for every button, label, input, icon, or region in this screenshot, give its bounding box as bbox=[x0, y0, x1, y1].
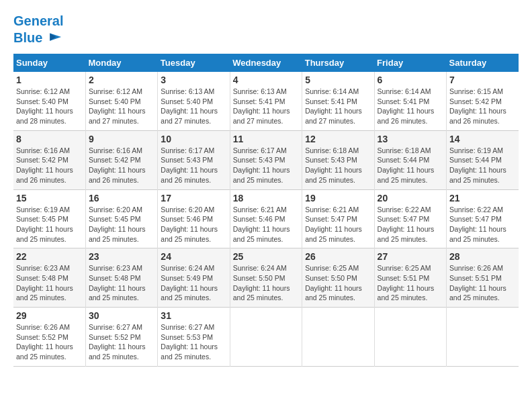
calendar-cell: 6Sunrise: 6:14 AMSunset: 5:41 PMDaylight… bbox=[374, 72, 446, 130]
day-info: Sunrise: 6:13 AMSunset: 5:41 PMDaylight:… bbox=[233, 87, 299, 126]
day-info: Sunrise: 6:17 AMSunset: 5:43 PMDaylight:… bbox=[233, 146, 299, 185]
day-number: 18 bbox=[233, 193, 299, 203]
day-info: Sunrise: 6:25 AMSunset: 5:51 PMDaylight:… bbox=[378, 263, 443, 303]
day-info: Sunrise: 6:21 AMSunset: 5:46 PMDaylight:… bbox=[233, 205, 299, 244]
calendar-cell: 3Sunrise: 6:13 AMSunset: 5:40 PMDaylight… bbox=[158, 72, 230, 130]
calendar-table: SundayMondayTuesdayWednesdayThursdayFrid… bbox=[13, 54, 519, 367]
day-number: 24 bbox=[161, 251, 226, 262]
day-info: Sunrise: 6:13 AMSunset: 5:40 PMDaylight:… bbox=[161, 87, 226, 126]
day-number: 19 bbox=[305, 193, 371, 203]
day-info: Sunrise: 6:16 AMSunset: 5:42 PMDaylight:… bbox=[89, 146, 154, 185]
day-info: Sunrise: 6:25 AMSunset: 5:50 PMDaylight:… bbox=[305, 263, 371, 303]
day-info: Sunrise: 6:22 AMSunset: 5:47 PMDaylight:… bbox=[378, 205, 443, 244]
day-number: 31 bbox=[161, 310, 226, 321]
calendar-cell: 23Sunrise: 6:23 AMSunset: 5:48 PMDayligh… bbox=[85, 248, 157, 308]
logo-icon bbox=[44, 28, 62, 47]
calendar-cell: 22Sunrise: 6:23 AMSunset: 5:48 PMDayligh… bbox=[13, 248, 85, 308]
calendar-cell: 30Sunrise: 6:27 AMSunset: 5:52 PMDayligh… bbox=[85, 308, 157, 367]
calendar-cell bbox=[230, 308, 302, 367]
page-header: General Blue bbox=[13, 13, 519, 47]
calendar-week-5: 29Sunrise: 6:26 AMSunset: 5:52 PMDayligh… bbox=[13, 308, 519, 367]
day-info: Sunrise: 6:26 AMSunset: 5:51 PMDaylight:… bbox=[449, 263, 516, 303]
day-number: 20 bbox=[378, 193, 443, 203]
day-number: 11 bbox=[233, 134, 299, 144]
day-info: Sunrise: 6:19 AMSunset: 5:45 PMDaylight:… bbox=[16, 205, 83, 244]
calendar-cell: 26Sunrise: 6:25 AMSunset: 5:50 PMDayligh… bbox=[302, 248, 374, 308]
calendar-cell: 8Sunrise: 6:16 AMSunset: 5:42 PMDaylight… bbox=[13, 130, 85, 189]
calendar-cell: 1Sunrise: 6:12 AMSunset: 5:40 PMDaylight… bbox=[13, 72, 85, 130]
weekday-header-tuesday: Tuesday bbox=[158, 54, 230, 72]
weekday-header-thursday: Thursday bbox=[302, 54, 374, 72]
day-number: 22 bbox=[16, 251, 83, 262]
calendar-cell: 20Sunrise: 6:22 AMSunset: 5:47 PMDayligh… bbox=[374, 189, 446, 248]
logo: General Blue bbox=[13, 13, 63, 47]
day-info: Sunrise: 6:21 AMSunset: 5:47 PMDaylight:… bbox=[305, 205, 371, 244]
day-number: 10 bbox=[161, 134, 226, 144]
day-number: 9 bbox=[89, 134, 154, 144]
calendar-cell: 16Sunrise: 6:20 AMSunset: 5:45 PMDayligh… bbox=[85, 189, 157, 248]
day-number: 23 bbox=[89, 251, 154, 262]
logo-text: General bbox=[13, 13, 63, 28]
day-info: Sunrise: 6:12 AMSunset: 5:40 PMDaylight:… bbox=[16, 87, 83, 126]
calendar-cell: 7Sunrise: 6:15 AMSunset: 5:42 PMDaylight… bbox=[447, 72, 519, 130]
day-info: Sunrise: 6:18 AMSunset: 5:44 PMDaylight:… bbox=[378, 146, 443, 185]
day-number: 15 bbox=[16, 193, 83, 203]
day-number: 27 bbox=[378, 251, 443, 262]
day-number: 12 bbox=[305, 134, 371, 144]
day-info: Sunrise: 6:16 AMSunset: 5:42 PMDaylight:… bbox=[16, 146, 83, 185]
calendar-cell: 5Sunrise: 6:14 AMSunset: 5:41 PMDaylight… bbox=[302, 72, 374, 130]
calendar-cell: 10Sunrise: 6:17 AMSunset: 5:43 PMDayligh… bbox=[158, 130, 230, 189]
day-number: 8 bbox=[16, 134, 83, 144]
day-number: 28 bbox=[449, 251, 516, 262]
calendar-cell: 29Sunrise: 6:26 AMSunset: 5:52 PMDayligh… bbox=[13, 308, 85, 367]
calendar-cell: 21Sunrise: 6:22 AMSunset: 5:47 PMDayligh… bbox=[447, 189, 519, 248]
day-info: Sunrise: 6:24 AMSunset: 5:49 PMDaylight:… bbox=[161, 263, 226, 303]
day-number: 17 bbox=[161, 193, 226, 203]
day-info: Sunrise: 6:17 AMSunset: 5:43 PMDaylight:… bbox=[161, 146, 226, 185]
logo-subtext: Blue bbox=[13, 30, 42, 45]
weekday-header-friday: Friday bbox=[374, 54, 446, 72]
day-info: Sunrise: 6:15 AMSunset: 5:42 PMDaylight:… bbox=[449, 87, 516, 126]
calendar-week-1: 1Sunrise: 6:12 AMSunset: 5:40 PMDaylight… bbox=[13, 72, 519, 130]
day-info: Sunrise: 6:23 AMSunset: 5:48 PMDaylight:… bbox=[89, 263, 154, 303]
calendar-cell: 17Sunrise: 6:20 AMSunset: 5:46 PMDayligh… bbox=[158, 189, 230, 248]
calendar-cell: 11Sunrise: 6:17 AMSunset: 5:43 PMDayligh… bbox=[230, 130, 302, 189]
day-info: Sunrise: 6:14 AMSunset: 5:41 PMDaylight:… bbox=[378, 87, 443, 126]
calendar-week-2: 8Sunrise: 6:16 AMSunset: 5:42 PMDaylight… bbox=[13, 130, 519, 189]
day-number: 7 bbox=[449, 75, 516, 85]
calendar-cell: 25Sunrise: 6:24 AMSunset: 5:50 PMDayligh… bbox=[230, 248, 302, 308]
day-number: 29 bbox=[16, 310, 83, 321]
day-info: Sunrise: 6:19 AMSunset: 5:44 PMDaylight:… bbox=[449, 146, 516, 185]
calendar-cell: 15Sunrise: 6:19 AMSunset: 5:45 PMDayligh… bbox=[13, 189, 85, 248]
day-info: Sunrise: 6:20 AMSunset: 5:46 PMDaylight:… bbox=[161, 205, 226, 244]
calendar-cell: 27Sunrise: 6:25 AMSunset: 5:51 PMDayligh… bbox=[374, 248, 446, 308]
calendar-cell: 18Sunrise: 6:21 AMSunset: 5:46 PMDayligh… bbox=[230, 189, 302, 248]
day-info: Sunrise: 6:27 AMSunset: 5:52 PMDaylight:… bbox=[89, 322, 154, 362]
weekday-header-sunday: Sunday bbox=[13, 54, 85, 72]
day-number: 21 bbox=[449, 193, 516, 203]
day-info: Sunrise: 6:27 AMSunset: 5:53 PMDaylight:… bbox=[161, 322, 226, 362]
day-number: 14 bbox=[449, 134, 516, 144]
calendar-cell: 4Sunrise: 6:13 AMSunset: 5:41 PMDaylight… bbox=[230, 72, 302, 130]
weekday-header-wednesday: Wednesday bbox=[230, 54, 302, 72]
calendar-cell: 19Sunrise: 6:21 AMSunset: 5:47 PMDayligh… bbox=[302, 189, 374, 248]
day-number: 13 bbox=[378, 134, 443, 144]
calendar-cell: 9Sunrise: 6:16 AMSunset: 5:42 PMDaylight… bbox=[85, 130, 157, 189]
day-number: 3 bbox=[161, 75, 226, 85]
day-number: 30 bbox=[89, 310, 154, 321]
day-number: 26 bbox=[305, 251, 371, 262]
calendar-cell: 31Sunrise: 6:27 AMSunset: 5:53 PMDayligh… bbox=[158, 308, 230, 367]
day-number: 25 bbox=[233, 251, 299, 262]
weekday-header-saturday: Saturday bbox=[447, 54, 519, 72]
calendar-cell: 2Sunrise: 6:12 AMSunset: 5:40 PMDaylight… bbox=[85, 72, 157, 130]
calendar-cell: 28Sunrise: 6:26 AMSunset: 5:51 PMDayligh… bbox=[447, 248, 519, 308]
calendar-cell bbox=[447, 308, 519, 367]
day-info: Sunrise: 6:24 AMSunset: 5:50 PMDaylight:… bbox=[233, 263, 299, 303]
calendar-cell: 12Sunrise: 6:18 AMSunset: 5:43 PMDayligh… bbox=[302, 130, 374, 189]
day-number: 4 bbox=[233, 75, 299, 85]
calendar-week-4: 22Sunrise: 6:23 AMSunset: 5:48 PMDayligh… bbox=[13, 248, 519, 308]
weekday-header-row: SundayMondayTuesdayWednesdayThursdayFrid… bbox=[13, 54, 519, 72]
day-info: Sunrise: 6:23 AMSunset: 5:48 PMDaylight:… bbox=[16, 263, 83, 303]
day-number: 2 bbox=[89, 75, 154, 85]
day-info: Sunrise: 6:26 AMSunset: 5:52 PMDaylight:… bbox=[16, 322, 83, 362]
